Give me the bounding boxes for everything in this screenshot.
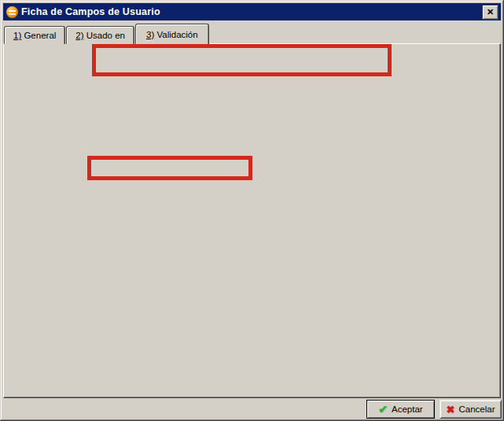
cancel-button[interactable]: ✖ Cancelar — [440, 400, 502, 419]
tab-general-label: 1) General — [13, 31, 56, 40]
app-icon — [6, 6, 18, 18]
tab-general[interactable]: 1) General — [4, 26, 65, 44]
tab-strip: 1) General 2) Usado en 3) Validación — [4, 24, 210, 44]
accept-button-label: Aceptar — [392, 404, 423, 414]
tab-usado-en-label: 2) Usado en — [75, 31, 125, 40]
accept-button[interactable]: ✔ Aceptar — [366, 400, 435, 419]
dialog-window: Ficha de Campos de Usuario ✕ 1) General … — [0, 0, 504, 421]
x-icon: ✖ — [447, 404, 455, 415]
title-bar[interactable]: Ficha de Campos de Usuario ✕ — [3, 3, 501, 20]
tab-validacion-label: 3) Validación — [146, 30, 198, 39]
close-button[interactable]: ✕ — [482, 5, 498, 20]
tab-validacion[interactable]: 3) Validación — [135, 24, 209, 44]
tab-usado-en[interactable]: 2) Usado en — [66, 26, 134, 44]
close-icon: ✕ — [487, 8, 494, 17]
tab-page-validacion — [3, 43, 501, 398]
cancel-button-label: Cancelar — [458, 404, 495, 414]
window-title: Ficha de Campos de Usuario — [21, 6, 482, 17]
check-icon: ✔ — [378, 404, 388, 415]
